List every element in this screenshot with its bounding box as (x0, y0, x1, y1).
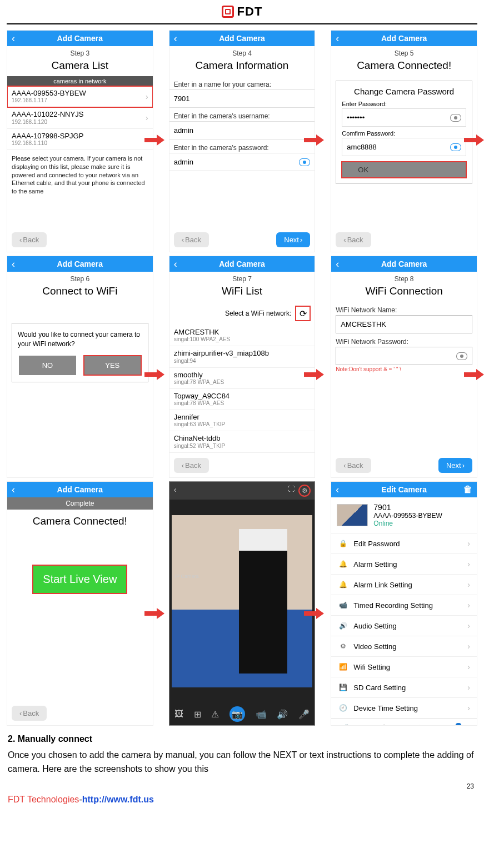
settings-row[interactable]: 🕘Device Time Setting› (331, 698, 477, 719)
back-icon[interactable]: ‹ (12, 484, 15, 496)
ssid-input[interactable] (341, 320, 467, 328)
speaker-icon[interactable]: 🔊 (277, 709, 288, 720)
ok-button[interactable]: OK (342, 162, 466, 178)
camera-password-input[interactable] (174, 158, 300, 166)
eye-icon[interactable] (299, 158, 310, 166)
wifi-list-item[interactable]: zhimi-airpurifier-v3_miap108bsingal:94 (169, 346, 315, 367)
next-button[interactable]: Next› (276, 232, 310, 247)
camera-feed[interactable]: IP Camera (172, 515, 313, 687)
no-button[interactable]: NO (19, 356, 76, 375)
section-heading: 2. Manually connect (8, 732, 476, 746)
password-input[interactable] (347, 113, 450, 122)
next-button[interactable]: Next› (438, 458, 472, 473)
record-icon[interactable]: 📹 (256, 709, 267, 720)
settings-row[interactable]: 💾SD Card Setting› (331, 677, 477, 698)
footer: FDT Technologies-http://www.fdt.us (0, 791, 484, 812)
snapshot-icon[interactable]: 📷 (229, 706, 245, 722)
back-button[interactable]: ‹Back (174, 458, 209, 473)
back-icon[interactable]: ‹ (336, 258, 339, 270)
row-icon: 🔊 (338, 622, 348, 630)
settings-row[interactable]: 🔔Alarm Setting› (331, 554, 477, 575)
yes-button[interactable]: YES (84, 356, 141, 375)
back-icon[interactable]: ‹ (174, 258, 177, 270)
eye-icon[interactable] (450, 114, 461, 122)
wifi-prompt-card: Would you like to connect your camera to… (12, 323, 148, 382)
wifi-list-item[interactable]: ChinaNet-tddbsingal:52 WPA_TKIP (169, 431, 315, 452)
eye-icon[interactable] (456, 352, 467, 360)
screen-title: WiFi List (169, 284, 315, 302)
ssid-label: WiFi Network Name: (331, 302, 477, 315)
back-icon[interactable]: ‹ (336, 484, 339, 496)
wifi-list-item[interactable]: Jennifersingal:63 WPA_TKIP (169, 410, 315, 431)
mic-icon[interactable]: 🎤 (298, 709, 310, 720)
back-button[interactable]: ‹Back (12, 232, 47, 247)
row-icon: 📹 (338, 601, 348, 609)
camera-username-input[interactable] (174, 126, 311, 134)
refresh-icon[interactable]: ⟳ (296, 306, 310, 321)
back-button[interactable]: ‹Back (12, 706, 47, 721)
arrow-icon (304, 369, 324, 380)
svg-marker-2 (464, 134, 484, 146)
row-icon: 🔔 (338, 560, 348, 568)
settings-row[interactable]: 🔒Edit Password› (331, 533, 477, 554)
feed-label: IP Camera (175, 573, 199, 579)
step-label: Step 3 (7, 46, 153, 58)
change-password-card: Change Camera Password Enter Password: C… (336, 81, 472, 184)
tab-playback[interactable]: ▶Playback (404, 719, 440, 726)
back-button[interactable]: ‹Back (174, 232, 209, 247)
ptz-icon[interactable]: ⊞ (194, 709, 201, 720)
back-button[interactable]: ‹Back (336, 458, 371, 473)
settings-row[interactable]: ⚙Video Setting› (331, 636, 477, 657)
back-button[interactable]: ‹Back (336, 232, 371, 247)
chevron-right-icon: › (146, 92, 148, 101)
alert-icon[interactable]: ⚠ (211, 709, 219, 720)
back-icon[interactable]: ‹ (12, 33, 15, 44)
screenshot-live-preview: ‹ ⛶ ⚙ IP Camera 🖼 ⊞ ⚠ 📷 📹 🔊 🎤 (169, 481, 316, 726)
screen-title: Camera List (7, 58, 153, 76)
camera-list-item[interactable]: AAAA-101022-NNYJS192.168.1.120› (7, 107, 153, 128)
tab-about[interactable]: 👤About (441, 719, 477, 726)
settings-row[interactable]: 📶Wifi Setting› (331, 657, 477, 677)
back-icon[interactable]: ‹ (174, 485, 177, 496)
tab-camera[interactable]: 📷Camera (331, 719, 367, 726)
delete-icon[interactable]: 🗑 (463, 485, 472, 495)
camera-list-item[interactable]: AAAA-099553-BYBEW192.168.1.117› (7, 86, 153, 107)
chevron-right-icon: › (467, 704, 470, 712)
camera-name-input[interactable] (174, 94, 311, 103)
row-icon: ⚙ (338, 642, 348, 650)
camera-list-item[interactable]: AAAA-107998-SPJGP192.168.1.110› (7, 129, 153, 150)
screenshot-step5: ‹Add Camera Step 5 Camera Connected! Cha… (331, 30, 477, 252)
tab-local-files[interactable]: 🗂Local Files (368, 719, 404, 726)
settings-row[interactable]: 🔔Alarm Link Setting› (331, 575, 477, 595)
row-icon: 🕘 (338, 704, 348, 712)
footer-url: http://www.fdt.us (82, 795, 154, 804)
fullscreen-icon[interactable]: ⛶ (288, 485, 295, 496)
confirm-password-input[interactable] (347, 143, 450, 151)
eye-icon[interactable] (450, 143, 461, 151)
wifi-password-input[interactable] (341, 352, 456, 360)
wifi-list-item[interactable]: Topway_A9CC84singal:78 WPA_AES (169, 389, 315, 410)
gallery-icon[interactable]: 🖼 (174, 709, 183, 719)
back-icon[interactable]: ‹ (336, 33, 339, 44)
document-header: FDT (7, 2, 477, 24)
gear-icon[interactable]: ⚙ (299, 485, 310, 496)
chevron-right-icon: › (467, 601, 470, 610)
svg-marker-4 (304, 369, 324, 380)
title: Add Camera (57, 34, 103, 43)
row-label: Alarm Link Setting (353, 581, 462, 589)
settings-row[interactable]: 📹Timed Recording Setting› (331, 595, 477, 616)
back-icon[interactable]: ‹ (174, 33, 177, 44)
card-title: Change Camera Password (342, 87, 466, 96)
screenshot-step3: ‹Add Camera Step 3 Camera List cameras i… (7, 30, 153, 252)
row-label: Device Time Setting (353, 704, 462, 712)
step-label: Step 6 (7, 272, 153, 284)
wifi-list-item[interactable]: AMCRESTHKsingal:100 WPA2_AES (169, 325, 315, 346)
page-number: 23 (0, 778, 484, 791)
section-paragraph: Once you chosen to add the camera by man… (8, 749, 476, 776)
chevron-right-icon: › (467, 642, 470, 651)
screenshot-edit-camera: ‹Edit Camera🗑 7901 AAAA-099553-BYBEW Onl… (331, 481, 477, 726)
wifi-list-item[interactable]: smoothlysingal:78 WPA_AES (169, 368, 315, 389)
start-live-view-button[interactable]: Start Live View (33, 565, 127, 593)
back-icon[interactable]: ‹ (12, 258, 15, 270)
settings-row[interactable]: 🔊Audio Setting› (331, 616, 477, 636)
